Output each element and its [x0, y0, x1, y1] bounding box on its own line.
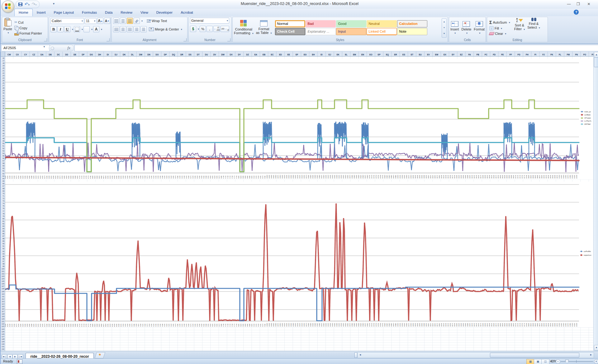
view-page-break-button[interactable]: ◫	[541, 359, 549, 364]
sort-filter-button[interactable]: AZ Sort &Filter ▾	[513, 17, 526, 38]
merge-center-button[interactable]: Merge & Center▾	[148, 27, 183, 31]
macro-record-icon[interactable]	[17, 359, 22, 364]
tab-review[interactable]: Review	[116, 9, 136, 16]
cell-style-good[interactable]: Good	[336, 20, 366, 27]
view-page-layout-button[interactable]: ▣	[534, 359, 542, 364]
view-normal-button[interactable]: ▦	[526, 359, 534, 364]
zoom-out-icon[interactable]: −	[556, 359, 560, 364]
styles-gallery-scroll[interactable]: ▲▾▼	[442, 18, 447, 38]
cut-button[interactable]: ✂Cut	[13, 20, 43, 25]
cell-style-calculation[interactable]: Calculation	[397, 20, 427, 27]
tab-acrobat[interactable]: Acrobat	[177, 9, 197, 16]
align-middle-button[interactable]	[120, 18, 126, 24]
paste-button[interactable]: Paste▾	[2, 17, 13, 38]
align-bottom-button[interactable]	[127, 18, 133, 24]
italic-button[interactable]: I	[57, 26, 64, 32]
svg-text:82: 82	[2, 223, 4, 225]
font-family-select[interactable]: Calibri▾	[50, 18, 84, 24]
name-box-dropdown-icon[interactable]: ▼	[43, 45, 45, 48]
cell-style-check-cell[interactable]: Check Cell	[275, 28, 305, 35]
cell-style-linked-cell[interactable]: Linked Cell	[367, 28, 397, 35]
scroll-down-icon[interactable]: ▼	[594, 345, 598, 351]
align-right-button[interactable]	[127, 26, 133, 32]
shrink-font-button[interactable]: A▼	[104, 18, 110, 24]
chart-object-1[interactable]: 8200821582308245826082758290830583208335…	[5, 59, 593, 180]
autosum-button[interactable]: ΣAutoSum▾	[488, 20, 511, 25]
copy-button[interactable]: Copy	[13, 26, 43, 30]
find-select-button[interactable]: Find &Select ▾	[526, 17, 541, 38]
tab-page-layout[interactable]: Page Layout	[50, 9, 78, 16]
delete-cells-button[interactable]: ✕ Delete▾	[460, 21, 473, 35]
tab-insert[interactable]: Insert	[33, 9, 50, 16]
office-button[interactable]	[2, 0, 14, 13]
font-color-button[interactable]: A	[93, 26, 99, 32]
chart-object-2[interactable]: 8200821582308245826082758290830583208335…	[5, 182, 593, 327]
scroll-left-icon[interactable]: ◄	[358, 353, 362, 357]
sheet-area[interactable]: 8200821582308245826082758290830583208335…	[1, 57, 593, 351]
horizontal-scroll-thumb[interactable]	[490, 353, 579, 357]
percent-button[interactable]: %	[200, 26, 206, 32]
tab-formulas[interactable]: Formulas	[78, 9, 101, 16]
zoom-in-icon[interactable]: +	[594, 359, 598, 364]
cell-style-explanatory-[interactable]: Explanatory ...	[306, 28, 336, 35]
help-icon[interactable]: ?	[574, 10, 579, 15]
number-dialog-launcher[interactable]	[227, 38, 230, 41]
font-size-select[interactable]: 11▾	[85, 18, 97, 24]
number-format-select[interactable]: General▾	[190, 18, 229, 24]
cell-style-bad[interactable]: Bad	[306, 20, 336, 27]
format-painter-button[interactable]: Format Painter	[13, 31, 43, 35]
conditional-formatting-button[interactable]: ConditionalFormatting ▾	[233, 19, 255, 36]
tab-home[interactable]: Home	[14, 9, 33, 16]
align-top-button[interactable]	[113, 18, 119, 24]
decrease-decimal-button[interactable]: .00→.0	[221, 26, 229, 32]
tab-split-handle[interactable]	[354, 352, 357, 358]
close-button[interactable]: ✕	[585, 1, 593, 7]
scroll-up-icon[interactable]: ▲	[594, 52, 598, 58]
insert-function-button[interactable]: fx	[49, 45, 74, 51]
borders-button[interactable]	[74, 26, 80, 32]
decrease-indent-button[interactable]	[134, 26, 140, 32]
insert-cells-button[interactable]: ⇤ Insert▾	[449, 21, 460, 35]
cell-style-neutral[interactable]: Neutral	[367, 20, 397, 27]
increase-indent-button[interactable]	[140, 26, 147, 32]
font-dialog-launcher[interactable]	[107, 38, 110, 41]
format-as-table-button[interactable]: Formatas Table ▾	[255, 20, 273, 36]
row-headers[interactable]: 1617181920212223242526272829303132333435…	[1, 57, 5, 351]
clear-button[interactable]: Clear▾	[488, 31, 511, 36]
minimize-button[interactable]: —	[565, 1, 573, 7]
underline-button[interactable]: U	[64, 26, 70, 32]
scroll-right-icon[interactable]: ►	[589, 353, 593, 357]
grow-font-button[interactable]: A▲	[97, 18, 103, 24]
fill-color-button[interactable]	[83, 26, 90, 32]
fill-button[interactable]: ↓Fill▾	[488, 26, 511, 31]
bold-button[interactable]: B	[50, 26, 57, 32]
column-headers[interactable]: CWCXCYCZDADBDCDDDEDFDGDHDIDJDKDLDMDNDODP…	[1, 52, 593, 57]
svg-text:10345: 10345	[316, 323, 318, 327]
align-left-button[interactable]	[113, 26, 119, 32]
currency-button[interactable]: $	[190, 26, 196, 32]
wrap-text-button[interactable]: Wrap Text	[146, 19, 168, 23]
horizontal-scrollbar[interactable]: ◄ ►	[357, 352, 594, 358]
cell-style-note[interactable]: Note	[397, 28, 427, 35]
increase-decimal-button[interactable]: ←.0.00	[213, 26, 220, 32]
restore-button[interactable]: ❐	[574, 1, 582, 7]
clipboard-dialog-launcher[interactable]	[44, 38, 47, 41]
svg-text:11665: 11665	[508, 175, 510, 179]
cell-style-input[interactable]: Input	[336, 28, 366, 35]
vertical-scrollbar[interactable]: ▲ ▼	[593, 52, 598, 351]
orientation-button[interactable]: ab	[134, 18, 140, 24]
insert-worksheet-tab[interactable]: ✱	[95, 352, 105, 358]
name-box[interactable]: AF2505	[1, 45, 50, 51]
alignment-dialog-launcher[interactable]	[183, 38, 187, 41]
tab-developer[interactable]: Developer	[152, 9, 177, 16]
formula-input[interactable]	[74, 45, 598, 51]
svg-text:10075: 10075	[277, 323, 279, 327]
tab-data[interactable]: Data	[101, 9, 116, 16]
cell-style-normal[interactable]: Normal	[275, 20, 305, 27]
zoom-slider-thumb[interactable]	[565, 360, 569, 364]
vertical-scroll-thumb[interactable]	[594, 57, 598, 67]
format-cells-button[interactable]: ▦ Format▾	[472, 21, 486, 35]
tab-view[interactable]: View	[136, 9, 152, 16]
comma-button[interactable]: ,	[206, 26, 213, 32]
align-center-button[interactable]	[120, 26, 126, 32]
